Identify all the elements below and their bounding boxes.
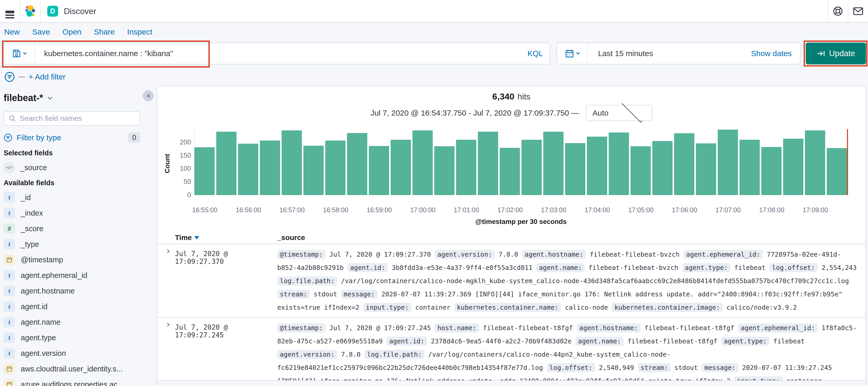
histogram-bar[interactable] bbox=[783, 139, 803, 195]
field-item[interactable]: tagent.type bbox=[4, 330, 140, 346]
field-item[interactable]: #_score bbox=[4, 221, 140, 236]
field-item[interactable]: t_index bbox=[4, 205, 140, 221]
histogram-bar[interactable] bbox=[565, 143, 585, 195]
nav-link-share[interactable]: Share bbox=[94, 28, 115, 36]
nav-link-inspect[interactable]: Inspect bbox=[127, 28, 152, 36]
field-item[interactable]: </>_source bbox=[4, 160, 140, 175]
newsfeed-button[interactable] bbox=[848, 0, 868, 23]
field-item[interactable]: aws.cloudtrail.user_identity.s... bbox=[4, 361, 140, 377]
filter-by-type[interactable]: Filter by type 0 bbox=[4, 132, 140, 143]
histogram-bar[interactable] bbox=[238, 144, 258, 195]
field-item[interactable]: tagent.hostname bbox=[4, 283, 140, 299]
histogram-bar[interactable] bbox=[543, 132, 563, 195]
x-axis-tick-label: 16:57:00 bbox=[270, 206, 314, 214]
histogram-bar[interactable] bbox=[216, 132, 237, 195]
y-axis-tick-label: 50 bbox=[169, 178, 191, 186]
field-search-input[interactable] bbox=[16, 114, 135, 123]
source-field-pill: stream: bbox=[638, 363, 671, 372]
chevron-down-icon bbox=[576, 51, 580, 55]
field-item[interactable]: tagent.version bbox=[4, 346, 140, 361]
histogram-bar[interactable] bbox=[412, 130, 433, 195]
query-input[interactable]: kubernetes.container.name : "kibana" bbox=[35, 49, 527, 58]
index-pattern-selector[interactable]: filebeat-* bbox=[4, 92, 140, 103]
saved-query-menu-button[interactable] bbox=[4, 43, 35, 64]
field-type-text-icon: t bbox=[4, 192, 15, 203]
histogram-bar[interactable] bbox=[282, 130, 302, 195]
refresh-icon bbox=[816, 49, 826, 58]
x-axis-tick-label: 17:05:00 bbox=[619, 206, 663, 214]
field-item[interactable]: tagent.id bbox=[4, 299, 140, 314]
field-name: _score bbox=[21, 225, 43, 233]
histogram-bar[interactable] bbox=[456, 140, 476, 195]
x-axis-ticks: 16:55:0016:56:0016:57:0016:58:0016:59:00… bbox=[183, 206, 837, 214]
nav-link-open[interactable]: Open bbox=[62, 28, 81, 36]
selected-fields-list: </>_source bbox=[4, 160, 140, 175]
histogram-bar[interactable] bbox=[194, 147, 215, 195]
histogram-bar[interactable] bbox=[500, 148, 520, 195]
x-axis-tick-label: 17:04:00 bbox=[576, 206, 619, 214]
query-language-button[interactable]: KQL bbox=[527, 49, 550, 58]
field-item[interactable]: t_id bbox=[4, 189, 140, 205]
histogram-bar[interactable] bbox=[347, 133, 367, 195]
help-button[interactable] bbox=[828, 0, 848, 23]
y-axis-tick-label: 0 bbox=[169, 191, 191, 199]
y-axis-tick-label: 150 bbox=[169, 151, 191, 159]
hits-count: 6,340 bbox=[492, 91, 515, 101]
source-field-pill: agent.hostname: bbox=[577, 323, 641, 332]
field-item[interactable]: t_type bbox=[4, 236, 140, 252]
collapse-sidebar-button[interactable] bbox=[143, 90, 154, 101]
expand-row-button[interactable] bbox=[160, 248, 175, 314]
save-query-icon bbox=[12, 49, 21, 58]
time-range-value[interactable]: Last 15 minutes bbox=[588, 49, 751, 58]
filter-icon[interactable] bbox=[4, 71, 15, 82]
expand-row-button[interactable] bbox=[160, 321, 175, 386]
histogram-bar[interactable] bbox=[718, 129, 738, 195]
field-type-text-icon: t bbox=[4, 348, 15, 358]
histogram-bar[interactable] bbox=[260, 141, 280, 195]
field-item[interactable]: azure.auditlogs.properties.ac... bbox=[4, 377, 140, 386]
histogram-bar[interactable] bbox=[652, 141, 673, 195]
source-field-pill: log.file.path: bbox=[365, 350, 424, 359]
menu-hamburger-icon[interactable] bbox=[0, 0, 20, 23]
y-axis-tick-label: 200 bbox=[169, 138, 191, 146]
field-type-text-icon: t bbox=[4, 301, 15, 312]
histogram-bar[interactable] bbox=[761, 147, 781, 195]
source-field-pill: message: bbox=[341, 290, 377, 299]
field-search-box bbox=[4, 111, 140, 126]
chevron-down-icon bbox=[23, 51, 27, 55]
field-item[interactable]: tagent.ephemeral_id bbox=[4, 268, 140, 283]
nav-link-save[interactable]: Save bbox=[32, 28, 50, 36]
histogram-bar[interactable] bbox=[740, 140, 760, 195]
histogram-bar[interactable] bbox=[805, 130, 825, 195]
histogram-bar[interactable] bbox=[478, 132, 498, 195]
histogram-bar[interactable] bbox=[827, 148, 847, 195]
histogram-bar[interactable] bbox=[587, 137, 607, 195]
documents-table: Time _source Jul 7, 2020 @ 17:09:27.370@… bbox=[157, 232, 865, 386]
histogram-bar[interactable] bbox=[674, 133, 694, 195]
histogram-bar[interactable] bbox=[522, 140, 542, 195]
source-field-pill: log.offset: bbox=[547, 363, 595, 372]
source-field-pill: log.offset: bbox=[769, 263, 818, 272]
field-type-text-icon: t bbox=[4, 317, 15, 327]
histogram-bar[interactable] bbox=[630, 146, 651, 195]
update-button[interactable]: Update bbox=[806, 42, 866, 64]
histogram-bar[interactable] bbox=[304, 146, 324, 195]
field-item[interactable]: @timestamp bbox=[4, 252, 140, 268]
nav-link-new[interactable]: New bbox=[4, 28, 20, 36]
elastic-logo[interactable] bbox=[20, 0, 40, 23]
date-picker-calendar-button[interactable] bbox=[557, 43, 588, 64]
histogram-bar[interactable] bbox=[325, 141, 345, 195]
field-item[interactable]: tagent.name bbox=[4, 314, 140, 330]
x-axis-tick-label: 17:06:00 bbox=[663, 206, 706, 214]
add-filter-button[interactable]: + Add filter bbox=[29, 72, 66, 81]
histogram-bar[interactable] bbox=[696, 143, 716, 195]
histogram-bar[interactable] bbox=[369, 146, 389, 195]
time-column-header[interactable]: Time bbox=[175, 234, 277, 242]
hits-label: hits bbox=[518, 92, 531, 101]
interval-select[interactable]: Auto bbox=[586, 105, 652, 121]
histogram-bar[interactable] bbox=[609, 132, 629, 195]
source-field-pill: @timestamp: bbox=[277, 323, 326, 332]
histogram-bar[interactable] bbox=[434, 146, 455, 195]
show-dates-button[interactable]: Show dates bbox=[751, 49, 800, 58]
histogram-bar[interactable] bbox=[391, 140, 411, 195]
